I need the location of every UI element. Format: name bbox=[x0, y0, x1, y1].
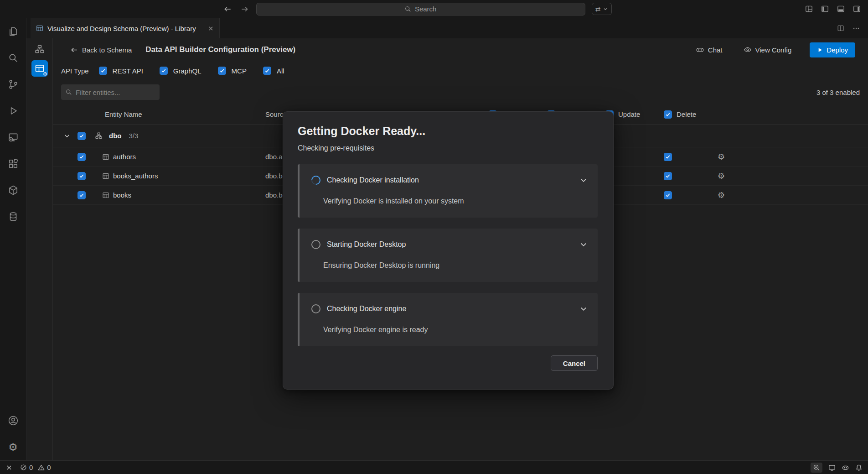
settings-gear-icon[interactable]: ⚙ bbox=[0, 434, 26, 460]
progress-spinner-icon bbox=[310, 174, 322, 187]
check-icon bbox=[665, 154, 671, 160]
rest-api-checkbox[interactable] bbox=[99, 67, 107, 75]
step-description: Verifying Docker engine is ready bbox=[323, 326, 588, 334]
tab-visualize-design-schema[interactable]: Visualize and Design Schema (Preview) - … bbox=[31, 18, 220, 38]
view-config-button[interactable]: View Config bbox=[744, 46, 792, 54]
toggle-sidebar-left-icon[interactable] bbox=[821, 5, 829, 13]
rest-api-label: REST API bbox=[113, 67, 143, 75]
step-title: Checking Docker engine bbox=[327, 305, 406, 313]
all-checkbox-group[interactable]: All bbox=[263, 67, 284, 75]
containers-icon[interactable] bbox=[0, 177, 26, 203]
back-arrow-icon[interactable] bbox=[223, 5, 232, 13]
dab-configuration-button[interactable]: ⚙ bbox=[31, 60, 48, 77]
advanced-settings-gear-icon[interactable]: ⚙ bbox=[718, 190, 725, 200]
back-to-schema-link[interactable]: Back to Schema bbox=[70, 46, 132, 54]
zoom-indicator-icon[interactable] bbox=[811, 463, 822, 473]
more-actions-icon[interactable] bbox=[852, 25, 860, 32]
advanced-settings-gear-icon[interactable]: ⚙ bbox=[718, 152, 725, 161]
getting-docker-ready-dialog: Getting Docker Ready... Checking pre-req… bbox=[283, 111, 614, 390]
mcp-checkbox[interactable] bbox=[218, 67, 226, 75]
mini-gear-icon: ⚙ bbox=[43, 72, 47, 77]
table-icon bbox=[102, 192, 109, 199]
schema-designer-button[interactable] bbox=[31, 41, 48, 57]
delete-all-checkbox[interactable] bbox=[664, 110, 672, 119]
run-debug-icon[interactable] bbox=[0, 98, 26, 124]
step-docker-desktop[interactable]: Starting Docker Desktop Ensuring Docker … bbox=[298, 229, 598, 282]
cancel-button[interactable]: Cancel bbox=[551, 355, 598, 371]
toggle-sidebar-right-icon[interactable] bbox=[853, 5, 861, 13]
extensions-icon[interactable] bbox=[0, 151, 26, 177]
check-icon bbox=[665, 193, 671, 198]
step-title: Checking Docker installation bbox=[327, 176, 419, 184]
status-right bbox=[811, 463, 863, 473]
chat-button[interactable]: Chat bbox=[696, 46, 723, 54]
step-title: Starting Docker Desktop bbox=[327, 240, 406, 249]
screencast-icon[interactable] bbox=[828, 464, 836, 471]
chevron-down-icon[interactable] bbox=[579, 240, 588, 249]
entity-cell: books bbox=[53, 191, 265, 199]
advanced-settings-gear-icon[interactable]: ⚙ bbox=[718, 171, 725, 181]
database-projects-icon[interactable] bbox=[0, 203, 26, 230]
check-icon bbox=[79, 133, 84, 139]
notifications-bell-icon[interactable] bbox=[855, 464, 863, 471]
row-checkbox[interactable] bbox=[78, 191, 86, 199]
error-count: 0 bbox=[29, 464, 33, 471]
chevron-down-icon[interactable] bbox=[579, 176, 588, 184]
all-checkbox[interactable] bbox=[263, 67, 271, 75]
search-sidebar-icon[interactable] bbox=[0, 45, 26, 71]
copilot-icon bbox=[696, 46, 704, 54]
rest-api-checkbox-group[interactable]: REST API bbox=[99, 67, 143, 75]
group-name: dbo bbox=[109, 132, 122, 140]
entity-cell: books_authors bbox=[53, 172, 265, 180]
dialog-subtitle: Checking pre-requisites bbox=[298, 144, 598, 152]
group-checkbox[interactable] bbox=[78, 132, 86, 140]
split-editor-icon[interactable] bbox=[837, 25, 844, 32]
schema-icon bbox=[95, 132, 103, 140]
copilot-status-icon[interactable] bbox=[842, 464, 849, 471]
explorer-icon[interactable] bbox=[0, 18, 26, 45]
forward-arrow-icon[interactable] bbox=[241, 5, 249, 13]
sql-server-icon[interactable] bbox=[0, 124, 26, 151]
graphql-checkbox[interactable] bbox=[160, 67, 168, 75]
filter-entities-input[interactable] bbox=[76, 89, 155, 96]
session-dropdown[interactable]: ⇄ bbox=[592, 3, 612, 15]
check-icon bbox=[79, 173, 84, 179]
delete-checkbox[interactable] bbox=[664, 191, 672, 199]
status-bar: 0 0 bbox=[0, 460, 868, 474]
table-icon bbox=[102, 172, 109, 180]
editor-actions bbox=[837, 18, 868, 38]
row-checkbox[interactable] bbox=[78, 172, 86, 180]
all-label: All bbox=[277, 67, 284, 75]
customize-layout-icon[interactable] bbox=[805, 5, 813, 13]
step-docker-engine[interactable]: Checking Docker engine Verifying Docker … bbox=[298, 293, 598, 346]
problems-indicator[interactable]: 0 0 bbox=[20, 464, 51, 471]
chevron-down-icon[interactable] bbox=[579, 305, 588, 313]
errors-icon bbox=[20, 464, 27, 471]
entity-name: books bbox=[113, 191, 131, 199]
row-checkbox[interactable] bbox=[78, 153, 86, 161]
remote-indicator-icon[interactable] bbox=[5, 464, 13, 471]
filter-entities-box bbox=[61, 84, 160, 100]
sync-icon: ⇄ bbox=[595, 6, 601, 12]
graphql-checkbox-group[interactable]: GraphQL bbox=[160, 67, 202, 75]
deploy-button[interactable]: Deploy bbox=[810, 42, 855, 57]
eye-icon bbox=[744, 46, 752, 54]
source-control-icon[interactable] bbox=[0, 71, 26, 98]
step-description: Ensuring Docker Desktop is running bbox=[323, 261, 588, 270]
toggle-panel-icon[interactable] bbox=[837, 5, 845, 13]
delete-checkbox[interactable] bbox=[664, 172, 672, 180]
step-docker-installation[interactable]: Checking Docker installation Verifying D… bbox=[298, 164, 598, 218]
back-label: Back to Schema bbox=[82, 46, 132, 54]
collapse-chevron-icon[interactable] bbox=[63, 132, 72, 140]
check-icon bbox=[100, 68, 106, 73]
titlebar: Search ⇄ bbox=[0, 0, 868, 18]
delete-checkbox[interactable] bbox=[664, 153, 672, 161]
tab-close-icon[interactable] bbox=[207, 25, 215, 32]
check-icon bbox=[79, 154, 84, 160]
command-center-search[interactable]: Search bbox=[256, 3, 585, 16]
mcp-checkbox-group[interactable]: MCP bbox=[218, 67, 247, 75]
account-icon[interactable] bbox=[0, 407, 26, 434]
tab-title: Visualize and Design Schema (Preview) - … bbox=[47, 25, 203, 32]
step-description: Verifying Docker is installed on your sy… bbox=[323, 197, 588, 205]
check-icon bbox=[161, 68, 166, 73]
